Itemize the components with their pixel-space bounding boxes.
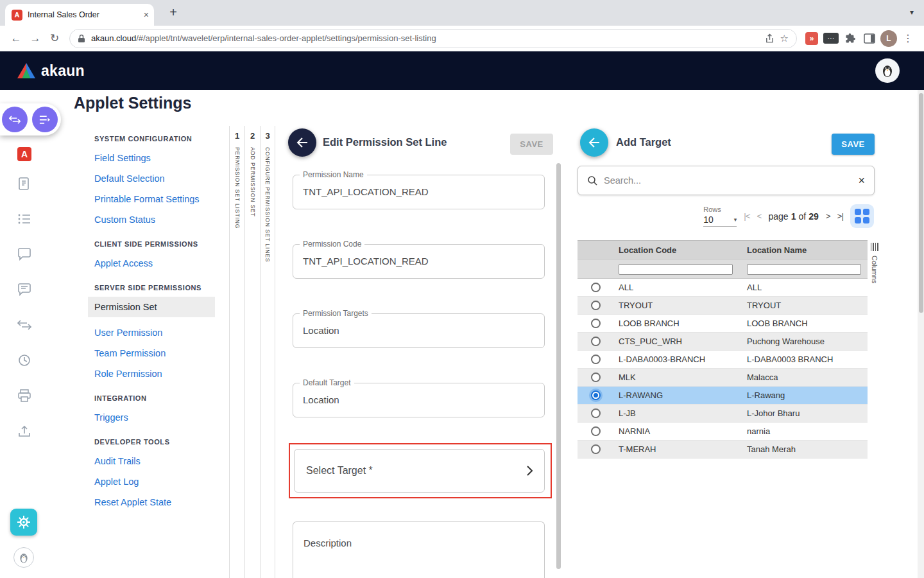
caret-down-icon: ▾ bbox=[734, 216, 737, 223]
radio-icon[interactable] bbox=[591, 426, 601, 436]
radio-cell bbox=[578, 301, 613, 310]
field-default-target[interactable]: Default TargetLocation bbox=[293, 383, 545, 417]
share-icon[interactable] bbox=[765, 33, 774, 44]
radio-icon[interactable] bbox=[591, 408, 601, 418]
radio-icon[interactable] bbox=[591, 337, 601, 346]
sidebar-item-triggers[interactable]: Triggers bbox=[94, 412, 228, 423]
window-scrollbar-thumb[interactable] bbox=[919, 93, 923, 313]
field-permission-targets[interactable]: Permission TargetsLocation bbox=[293, 313, 545, 348]
last-page-button[interactable]: >| bbox=[837, 211, 843, 221]
filter-location-code-input[interactable] bbox=[619, 264, 733, 275]
table-row[interactable]: NARNIAnarnia bbox=[578, 423, 868, 441]
transfer-arrows-icon[interactable] bbox=[15, 316, 33, 334]
sidebar-item-field-settings[interactable]: Field Settings bbox=[94, 153, 228, 163]
radio-selected-icon[interactable] bbox=[591, 390, 601, 400]
sidebar-item-custom-status[interactable]: Custom Status bbox=[94, 215, 228, 225]
table-row[interactable]: CTS_PUC_WRHPuchong Warehouse bbox=[578, 333, 868, 351]
current-page: 1 bbox=[791, 211, 796, 222]
tab-search-chevron-icon[interactable]: ▾ bbox=[910, 8, 914, 17]
columns-control[interactable]: Columns bbox=[869, 243, 879, 283]
sidebar-item-applet-log[interactable]: Applet Log bbox=[94, 477, 228, 487]
select-target-field[interactable]: Select Target * bbox=[294, 449, 545, 493]
sidebar-item-user-permission[interactable]: User Permission bbox=[94, 328, 228, 338]
lock-icon bbox=[78, 34, 85, 43]
search-input[interactable] bbox=[604, 175, 851, 186]
browser-menu-icon[interactable]: ⋮ bbox=[898, 32, 918, 44]
sidebar-item-reset-applet-state[interactable]: Reset Applet State bbox=[94, 497, 228, 507]
table-row[interactable]: LOOB BRANCHLOOB BRANCH bbox=[578, 315, 868, 333]
sidebar-item-team-permission[interactable]: Team Permission bbox=[94, 348, 228, 358]
clear-search-icon[interactable]: × bbox=[858, 174, 865, 188]
pdf-export-icon[interactable]: A bbox=[15, 145, 33, 163]
list-icon[interactable] bbox=[15, 210, 33, 228]
location-code-header[interactable]: Location Code bbox=[613, 245, 742, 255]
invoice-document-icon[interactable] bbox=[15, 175, 33, 193]
table-row[interactable]: MLKMalacca bbox=[578, 369, 868, 387]
prev-page-button[interactable]: < bbox=[757, 211, 762, 221]
table-row[interactable]: L-JBL-Johor Bharu bbox=[578, 405, 868, 423]
radio-icon[interactable] bbox=[591, 283, 601, 292]
table-row[interactable]: L-RAWANGL-Rawang bbox=[578, 387, 868, 405]
table-row[interactable]: TRYOUTTRYOUT bbox=[578, 297, 868, 315]
upload-icon[interactable] bbox=[15, 422, 33, 440]
rows-per-page-select[interactable]: 10 ▾ bbox=[703, 215, 737, 227]
field-permission-code[interactable]: Permission CodeTNT_API_LOCATION_READ bbox=[293, 244, 545, 279]
field-permission-name[interactable]: Permission NameTNT_API_LOCATION_READ bbox=[293, 175, 545, 209]
description-field[interactable]: Description bbox=[293, 521, 545, 578]
table-row[interactable]: T-MERAHTanah Merah bbox=[578, 441, 868, 459]
quick-swap-button[interactable] bbox=[2, 107, 28, 132]
settings-gear-button[interactable] bbox=[10, 509, 37, 536]
feedback-chat-icon[interactable] bbox=[15, 281, 33, 299]
side-panel-icon[interactable] bbox=[860, 33, 879, 44]
quick-menu-button[interactable] bbox=[32, 107, 58, 132]
target-save-button[interactable]: SAVE bbox=[832, 134, 875, 155]
sidebar-item-role-permission[interactable]: Role Permission bbox=[94, 369, 228, 379]
extensions-puzzle-icon[interactable] bbox=[841, 33, 860, 44]
forward-icon[interactable]: → bbox=[26, 32, 45, 45]
radio-icon[interactable] bbox=[591, 301, 601, 310]
first-page-button[interactable]: |< bbox=[744, 211, 749, 221]
step-tab-3[interactable]: 3CONFIGURE PERMISSION SET LINES bbox=[260, 126, 275, 578]
target-back-button[interactable] bbox=[580, 128, 608, 157]
browser-tab[interactable]: A Internal Sales Order × bbox=[5, 4, 154, 26]
location-name-header[interactable]: Location Name bbox=[742, 245, 868, 255]
back-icon[interactable]: ← bbox=[6, 32, 26, 45]
extension-dark-icon[interactable]: ⋯ bbox=[821, 33, 841, 44]
history-clock-icon[interactable] bbox=[15, 351, 33, 369]
radio-icon[interactable] bbox=[591, 444, 601, 454]
sidebar-item-applet-access[interactable]: Applet Access bbox=[94, 258, 228, 268]
radio-icon[interactable] bbox=[591, 319, 601, 328]
sidebar-item-permission-set[interactable]: Permission Set bbox=[88, 297, 215, 317]
mascot-penguin-icon[interactable] bbox=[13, 547, 34, 568]
browser-profile-avatar[interactable]: L bbox=[879, 30, 898, 47]
table-row[interactable]: ALLALL bbox=[578, 279, 868, 297]
user-avatar[interactable] bbox=[875, 58, 900, 83]
bookmark-star-icon[interactable]: ☆ bbox=[780, 33, 789, 44]
next-page-button[interactable]: > bbox=[826, 211, 830, 221]
extension-red-icon[interactable]: » bbox=[802, 32, 821, 45]
chat-icon[interactable] bbox=[15, 245, 33, 263]
table-row[interactable]: L-DABA0003-BRANCHL-DABA0003 BRANCH bbox=[578, 351, 868, 369]
step-tab-2[interactable]: 2ADD PERMISSION SET bbox=[244, 126, 260, 578]
row-location-code: L-JB bbox=[613, 408, 742, 418]
sidebar-item-default-selection[interactable]: Default Selection bbox=[94, 173, 228, 184]
back-button[interactable] bbox=[288, 128, 316, 157]
save-button-disabled[interactable]: SAVE bbox=[510, 134, 553, 155]
panel-scrollbar[interactable] bbox=[556, 163, 561, 569]
radio-icon[interactable] bbox=[591, 355, 601, 364]
step-tab-1[interactable]: 1PERMISSION SET LISTING bbox=[229, 126, 244, 578]
select-target-label: Select Target * bbox=[306, 465, 373, 477]
reload-icon[interactable]: ↻ bbox=[45, 31, 64, 45]
sidebar-item-printable-format-settings[interactable]: Printable Format Settings bbox=[94, 194, 228, 204]
akaun-logo[interactable]: akaun bbox=[17, 62, 85, 80]
filter-location-name-input[interactable] bbox=[747, 264, 861, 275]
grid-view-button[interactable] bbox=[850, 204, 874, 228]
tab-close-icon[interactable]: × bbox=[144, 10, 149, 19]
field-value: Location bbox=[293, 383, 544, 416]
sidebar-item-audit-trails[interactable]: Audit Trails bbox=[94, 456, 228, 466]
url-bar[interactable]: akaun.cloud/#/applet/tnt/wavelet/erp/int… bbox=[69, 29, 797, 48]
radio-icon[interactable] bbox=[591, 372, 601, 382]
new-tab-button[interactable]: + bbox=[166, 5, 181, 20]
printer-icon[interactable] bbox=[15, 387, 33, 405]
nav-heading-server-side-permissions: SERVER SIDE PERMISSIONS bbox=[94, 284, 228, 292]
